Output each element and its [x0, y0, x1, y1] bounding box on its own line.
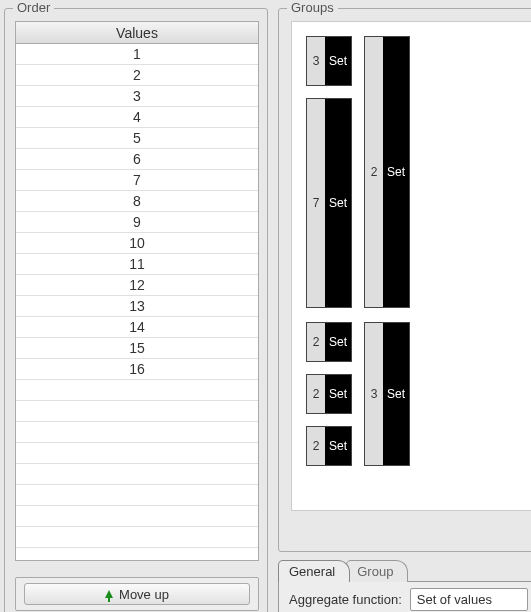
table-row[interactable]: .	[16, 443, 258, 464]
group-box[interactable]: 2Set	[306, 426, 352, 466]
table-row[interactable]: 16	[16, 359, 258, 380]
table-row[interactable]: 15	[16, 338, 258, 359]
table-row[interactable]: .	[16, 506, 258, 527]
group-set-label: Set	[383, 323, 409, 465]
table-row[interactable]: 3	[16, 86, 258, 107]
table-row[interactable]: 10	[16, 233, 258, 254]
table-row[interactable]: .	[16, 401, 258, 422]
groups-inner: 3Set7Set2Set2Set2Set2Set3Set	[292, 22, 531, 510]
tab-general[interactable]: General	[278, 560, 350, 582]
table-row[interactable]: 11	[16, 254, 258, 275]
order-panel: Order Values 12345678910111213141516....…	[4, 8, 268, 612]
table-row[interactable]: .	[16, 464, 258, 485]
table-row[interactable]: 9	[16, 212, 258, 233]
table-row[interactable]: 14	[16, 317, 258, 338]
tabs-area: General Group Aggregate function: Set of…	[278, 558, 531, 612]
move-up-button[interactable]: Move up	[24, 583, 250, 605]
group-set-label: Set	[325, 99, 351, 307]
group-count: 3	[365, 323, 383, 465]
table-row[interactable]: 8	[16, 191, 258, 212]
group-box[interactable]: 2Set	[364, 36, 410, 308]
table-row[interactable]: .	[16, 527, 258, 548]
groups-canvas[interactable]: 3Set7Set2Set2Set2Set2Set3Set	[291, 21, 531, 511]
group-set-label: Set	[325, 427, 351, 465]
group-count: 2	[307, 375, 325, 413]
table-row[interactable]: 12	[16, 275, 258, 296]
group-box[interactable]: 3Set	[364, 322, 410, 466]
group-count: 3	[307, 37, 325, 85]
group-box[interactable]: 2Set	[306, 322, 352, 362]
values-header[interactable]: Values	[16, 22, 258, 44]
group-set-label: Set	[325, 323, 351, 361]
table-row[interactable]: 2	[16, 65, 258, 86]
arrow-up-icon	[105, 590, 113, 598]
group-count: 2	[307, 427, 325, 465]
moveup-frame: Move up	[15, 577, 259, 611]
values-list: 12345678910111213141516........	[16, 44, 258, 548]
groups-title: Groups	[287, 0, 338, 15]
group-set-label: Set	[325, 37, 351, 85]
group-count: 2	[365, 37, 383, 307]
aggregate-function-select[interactable]: Set of values	[410, 588, 528, 611]
group-count: 7	[307, 99, 325, 307]
groups-panel: Groups 3Set7Set2Set2Set2Set2Set3Set	[278, 8, 531, 552]
group-box[interactable]: 7Set	[306, 98, 352, 308]
tab-content-general: Aggregate function: Set of values	[278, 581, 531, 612]
values-table[interactable]: Values 12345678910111213141516........	[15, 21, 259, 561]
group-count: 2	[307, 323, 325, 361]
group-box[interactable]: 2Set	[306, 374, 352, 414]
group-box[interactable]: 3Set	[306, 36, 352, 86]
table-row[interactable]: .	[16, 485, 258, 506]
table-row[interactable]: 1	[16, 44, 258, 65]
table-row[interactable]: 5	[16, 128, 258, 149]
group-set-label: Set	[325, 375, 351, 413]
table-row[interactable]: 6	[16, 149, 258, 170]
table-row[interactable]: .	[16, 422, 258, 443]
table-row[interactable]: .	[16, 380, 258, 401]
aggregate-function-label: Aggregate function:	[289, 592, 402, 607]
table-row[interactable]: 13	[16, 296, 258, 317]
tab-group[interactable]: Group	[346, 560, 408, 582]
table-row[interactable]: 4	[16, 107, 258, 128]
group-set-label: Set	[383, 37, 409, 307]
tab-strip: General Group	[278, 558, 531, 582]
table-row[interactable]: 7	[16, 170, 258, 191]
order-title: Order	[13, 0, 54, 15]
move-up-label: Move up	[119, 587, 169, 602]
